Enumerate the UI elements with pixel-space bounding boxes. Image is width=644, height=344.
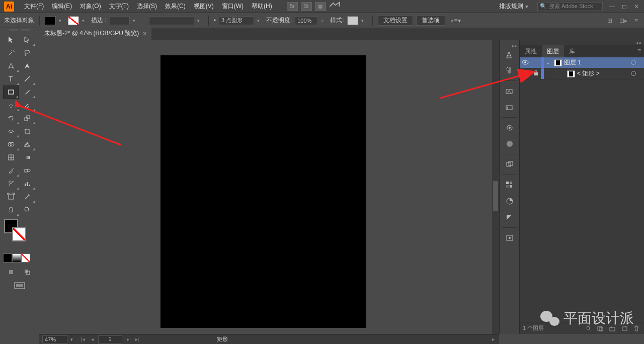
perspective-grid-tool[interactable] bbox=[19, 138, 35, 151]
curvature-tool[interactable] bbox=[19, 59, 35, 72]
column-graph-tool[interactable] bbox=[19, 177, 35, 190]
gpu-icon[interactable] bbox=[329, 2, 340, 11]
eraser-tool[interactable] bbox=[19, 99, 35, 112]
menu-select[interactable]: 选择(S) bbox=[133, 2, 161, 11]
menu-edit[interactable]: 编辑(E) bbox=[48, 2, 76, 11]
target-icon[interactable] bbox=[631, 70, 639, 77]
color-mode-gradient[interactable] bbox=[12, 253, 21, 263]
visibility-toggle[interactable] bbox=[520, 70, 531, 77]
lock-icon[interactable] bbox=[531, 70, 541, 77]
tools-grip[interactable] bbox=[0, 28, 39, 33]
panel-grip[interactable]: ◂◂ bbox=[520, 40, 644, 45]
opacity-input[interactable] bbox=[295, 16, 318, 25]
close-window-button[interactable]: ✕ bbox=[633, 3, 640, 10]
layer-row[interactable]: ⌄ 图层 1 bbox=[520, 57, 644, 68]
fill-swatch[interactable] bbox=[45, 16, 56, 25]
style-swatch[interactable] bbox=[347, 16, 358, 25]
color-guide-icon[interactable] bbox=[501, 209, 519, 225]
tab-properties[interactable]: 属性 bbox=[520, 45, 542, 57]
graphic-styles-icon[interactable] bbox=[501, 136, 519, 152]
artboard[interactable] bbox=[160, 55, 366, 328]
paintbrush-tool[interactable] bbox=[19, 85, 35, 99]
draw-behind[interactable] bbox=[19, 266, 35, 279]
char-styles-icon[interactable]: A bbox=[501, 83, 519, 99]
color-mode-solid[interactable] bbox=[3, 253, 12, 263]
bridge-icon[interactable]: Br bbox=[287, 2, 298, 11]
direct-selection-tool[interactable] bbox=[19, 33, 35, 46]
type-tool[interactable]: T bbox=[3, 72, 19, 85]
stock-icon[interactable]: St bbox=[301, 2, 312, 11]
screen-mode-button[interactable] bbox=[0, 279, 39, 293]
symbols-panel-icon[interactable] bbox=[501, 230, 519, 246]
arrange-docs-icon[interactable]: ▦ bbox=[315, 2, 326, 11]
transform-panel-icon[interactable] bbox=[501, 156, 519, 173]
slice-tool[interactable] bbox=[19, 190, 35, 203]
panel-menu-button[interactable]: ≡ bbox=[634, 45, 644, 57]
rotate-tool[interactable] bbox=[3, 112, 19, 125]
scale-tool[interactable] bbox=[19, 112, 35, 125]
target-icon[interactable] bbox=[631, 59, 639, 66]
mesh-tool[interactable] bbox=[3, 151, 19, 164]
menu-type[interactable]: 文字(T) bbox=[105, 2, 133, 11]
appearance-panel-icon[interactable] bbox=[501, 120, 519, 136]
scrollbar-thumb[interactable] bbox=[493, 181, 498, 211]
selection-tool[interactable] bbox=[3, 33, 19, 46]
gradient-tool[interactable] bbox=[19, 151, 35, 164]
search-adobe-stock[interactable]: 🔍搜索 Adobe Stock bbox=[537, 2, 603, 11]
last-artboard-button[interactable]: ▸| bbox=[134, 336, 141, 342]
first-artboard-button[interactable]: |◂ bbox=[79, 336, 87, 342]
paragraph-panel-icon[interactable] bbox=[501, 62, 519, 78]
free-transform-tool[interactable] bbox=[19, 125, 35, 138]
expand-toggle[interactable]: ⌄ bbox=[544, 60, 552, 65]
prev-artboard-button[interactable]: ◂ bbox=[90, 336, 95, 342]
layout-dropdown[interactable]: ▾ bbox=[525, 3, 533, 10]
menu-window[interactable]: 窗口(W) bbox=[218, 2, 248, 11]
color-panel-icon[interactable] bbox=[501, 193, 519, 209]
character-panel-icon[interactable]: A bbox=[501, 46, 519, 62]
document-tab[interactable]: 未标题-2* @ 47% (RGB/GPU 预览) × bbox=[39, 27, 151, 40]
opt-icon-2[interactable]: ⊡▸ bbox=[619, 17, 627, 24]
swatches-panel-icon[interactable] bbox=[501, 177, 519, 193]
shaper-tool[interactable] bbox=[3, 99, 19, 112]
layout-rules-label[interactable]: 排版规则 bbox=[499, 2, 523, 11]
maximize-button[interactable]: ◻ bbox=[621, 3, 628, 10]
minimize-button[interactable]: — bbox=[609, 3, 616, 10]
visibility-toggle[interactable] bbox=[520, 59, 531, 66]
para-styles-icon[interactable] bbox=[501, 99, 519, 115]
blend-tool[interactable] bbox=[19, 164, 35, 177]
layer-name[interactable]: < 矩形 > bbox=[577, 69, 631, 78]
stroke-color[interactable] bbox=[12, 227, 26, 241]
rectangle-tool[interactable] bbox=[3, 85, 19, 99]
menu-help[interactable]: 帮助(H) bbox=[248, 2, 276, 11]
opt-icon-1[interactable]: ⊞ bbox=[607, 17, 612, 24]
brush-input[interactable] bbox=[219, 16, 254, 25]
vertical-scrollbar[interactable] bbox=[492, 40, 499, 334]
opt-icon-3[interactable]: ≡ bbox=[634, 17, 638, 24]
canvas-area[interactable] bbox=[39, 40, 499, 334]
line-tool[interactable] bbox=[19, 72, 35, 85]
layer-row[interactable]: < 矩形 > bbox=[520, 68, 644, 79]
width-tool[interactable] bbox=[3, 125, 19, 138]
eyedropper-tool[interactable] bbox=[3, 164, 19, 177]
menu-effect[interactable]: 效果(C) bbox=[161, 2, 190, 11]
lasso-tool[interactable] bbox=[19, 46, 35, 59]
doc-setup-button[interactable]: 文档设置 bbox=[378, 16, 413, 26]
color-mode-none[interactable] bbox=[21, 253, 30, 263]
pen-tool[interactable] bbox=[3, 59, 19, 72]
symbol-sprayer-tool[interactable] bbox=[3, 177, 19, 190]
artboard-number[interactable]: 1 bbox=[98, 335, 122, 343]
artboard-tool[interactable] bbox=[3, 190, 19, 203]
next-artboard-button[interactable]: ▸ bbox=[125, 336, 131, 342]
menu-view[interactable]: 视图(V) bbox=[190, 2, 218, 11]
layer-name[interactable]: 图层 1 bbox=[564, 58, 631, 67]
stroke-swatch[interactable] bbox=[68, 16, 79, 25]
prefs-button[interactable]: 首选项 bbox=[416, 16, 445, 26]
zoom-level[interactable]: 47% bbox=[42, 335, 67, 343]
draw-normal[interactable] bbox=[3, 266, 19, 279]
stroke-weight-input[interactable] bbox=[110, 16, 130, 25]
shape-builder-tool[interactable] bbox=[3, 138, 19, 151]
tab-layers[interactable]: 图层 bbox=[542, 45, 564, 57]
zoom-tool[interactable] bbox=[19, 203, 35, 216]
menu-file[interactable]: 文件(F) bbox=[20, 2, 48, 11]
tab-libraries[interactable]: 库 bbox=[564, 45, 580, 57]
